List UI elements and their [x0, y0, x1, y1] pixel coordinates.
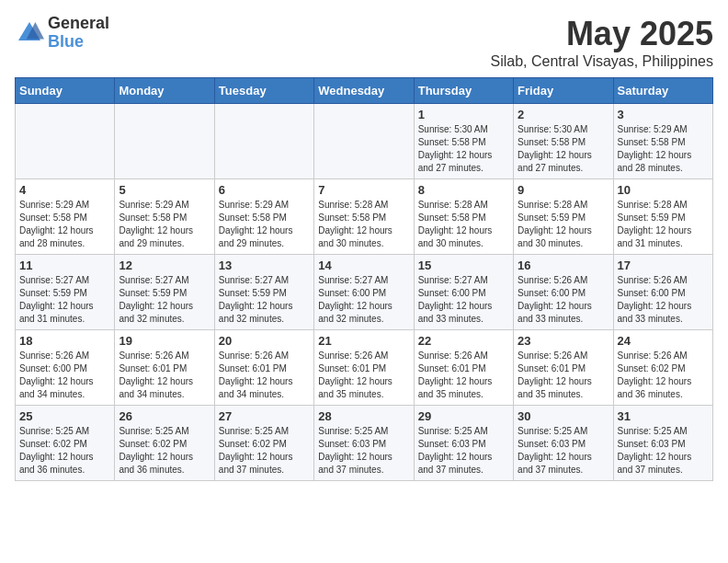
logo: General Blue [15, 15, 109, 52]
day-number: 31 [618, 409, 709, 423]
subtitle: Silab, Central Visayas, Philippines [491, 53, 714, 70]
logo-icon [15, 18, 44, 48]
day-info: Sunrise: 5:26 AM Sunset: 6:02 PM Dayligh… [618, 350, 709, 401]
calendar-cell: 20Sunrise: 5:26 AM Sunset: 6:01 PM Dayli… [214, 330, 313, 406]
calendar-cell: 10Sunrise: 5:28 AM Sunset: 5:59 PM Dayli… [613, 179, 712, 255]
calendar-cell: 27Sunrise: 5:25 AM Sunset: 6:02 PM Dayli… [214, 406, 313, 481]
day-info: Sunrise: 5:27 AM Sunset: 6:00 PM Dayligh… [318, 274, 409, 326]
day-number: 23 [518, 334, 609, 348]
day-header-thursday: Thursday [414, 78, 513, 104]
day-number: 17 [618, 259, 709, 272]
day-number: 11 [19, 259, 110, 272]
calendar-cell: 30Sunrise: 5:25 AM Sunset: 6:03 PM Dayli… [514, 406, 613, 481]
calendar-cell: 31Sunrise: 5:25 AM Sunset: 6:03 PM Dayli… [613, 406, 712, 481]
calendar-cell: 4Sunrise: 5:29 AM Sunset: 5:58 PM Daylig… [16, 179, 115, 255]
calendar-cell: 29Sunrise: 5:25 AM Sunset: 6:03 PM Dayli… [414, 406, 513, 481]
calendar-cell: 11Sunrise: 5:27 AM Sunset: 5:59 PM Dayli… [16, 255, 115, 330]
day-info: Sunrise: 5:27 AM Sunset: 5:59 PM Dayligh… [219, 274, 310, 326]
day-header-friday: Friday [514, 78, 613, 104]
calendar-cell: 12Sunrise: 5:27 AM Sunset: 5:59 PM Dayli… [115, 255, 214, 330]
day-info: Sunrise: 5:26 AM Sunset: 6:01 PM Dayligh… [518, 350, 609, 401]
day-info: Sunrise: 5:25 AM Sunset: 6:03 PM Dayligh… [618, 425, 709, 477]
day-number: 9 [518, 183, 609, 197]
day-number: 8 [418, 183, 509, 197]
day-info: Sunrise: 5:26 AM Sunset: 6:00 PM Dayligh… [19, 350, 110, 401]
calendar-cell: 25Sunrise: 5:25 AM Sunset: 6:02 PM Dayli… [16, 406, 115, 481]
day-number: 2 [518, 108, 609, 121]
day-number: 6 [219, 183, 310, 197]
day-header-monday: Monday [115, 78, 214, 104]
day-info: Sunrise: 5:27 AM Sunset: 6:00 PM Dayligh… [418, 274, 509, 326]
calendar-cell: 15Sunrise: 5:27 AM Sunset: 6:00 PM Dayli… [414, 255, 513, 330]
day-header-wednesday: Wednesday [314, 78, 414, 104]
page-header: General Blue May 2025 Silab, Central Vis… [15, 15, 713, 70]
calendar-cell: 14Sunrise: 5:27 AM Sunset: 6:00 PM Dayli… [314, 255, 414, 330]
calendar-week-1: 1Sunrise: 5:30 AM Sunset: 5:58 PM Daylig… [16, 104, 713, 179]
day-number: 29 [418, 409, 509, 423]
calendar-cell: 28Sunrise: 5:25 AM Sunset: 6:03 PM Dayli… [314, 406, 414, 481]
day-info: Sunrise: 5:27 AM Sunset: 5:59 PM Dayligh… [119, 274, 210, 326]
calendar-cell: 19Sunrise: 5:26 AM Sunset: 6:01 PM Dayli… [115, 330, 214, 406]
calendar-cell [16, 104, 115, 179]
day-number: 15 [418, 259, 509, 272]
calendar-cell: 8Sunrise: 5:28 AM Sunset: 5:58 PM Daylig… [414, 179, 513, 255]
day-number: 3 [618, 108, 709, 121]
day-info: Sunrise: 5:25 AM Sunset: 6:03 PM Dayligh… [318, 425, 409, 477]
calendar-header-row: SundayMondayTuesdayWednesdayThursdayFrid… [16, 78, 713, 104]
calendar-cell: 13Sunrise: 5:27 AM Sunset: 5:59 PM Dayli… [214, 255, 313, 330]
calendar-cell [214, 104, 313, 179]
day-info: Sunrise: 5:26 AM Sunset: 6:01 PM Dayligh… [418, 350, 509, 401]
calendar-cell: 2Sunrise: 5:30 AM Sunset: 5:58 PM Daylig… [514, 104, 613, 179]
calendar-week-5: 25Sunrise: 5:25 AM Sunset: 6:02 PM Dayli… [16, 406, 713, 481]
day-info: Sunrise: 5:26 AM Sunset: 6:00 PM Dayligh… [618, 274, 709, 326]
day-info: Sunrise: 5:26 AM Sunset: 6:01 PM Dayligh… [219, 350, 310, 401]
logo-blue: Blue [48, 33, 109, 52]
day-number: 7 [318, 183, 409, 197]
day-info: Sunrise: 5:28 AM Sunset: 5:58 PM Dayligh… [418, 199, 509, 250]
calendar-cell: 5Sunrise: 5:29 AM Sunset: 5:58 PM Daylig… [115, 179, 214, 255]
day-info: Sunrise: 5:28 AM Sunset: 5:58 PM Dayligh… [318, 199, 409, 250]
day-info: Sunrise: 5:27 AM Sunset: 5:59 PM Dayligh… [19, 274, 110, 326]
day-info: Sunrise: 5:28 AM Sunset: 5:59 PM Dayligh… [618, 199, 709, 250]
calendar-cell [115, 104, 214, 179]
calendar-cell: 16Sunrise: 5:26 AM Sunset: 6:00 PM Dayli… [514, 255, 613, 330]
calendar-week-2: 4Sunrise: 5:29 AM Sunset: 5:58 PM Daylig… [16, 179, 713, 255]
calendar-cell: 17Sunrise: 5:26 AM Sunset: 6:00 PM Dayli… [613, 255, 712, 330]
day-number: 28 [318, 409, 409, 423]
calendar-cell: 3Sunrise: 5:29 AM Sunset: 5:58 PM Daylig… [613, 104, 712, 179]
calendar-week-3: 11Sunrise: 5:27 AM Sunset: 5:59 PM Dayli… [16, 255, 713, 330]
day-info: Sunrise: 5:30 AM Sunset: 5:58 PM Dayligh… [518, 123, 609, 175]
calendar-cell: 22Sunrise: 5:26 AM Sunset: 6:01 PM Dayli… [414, 330, 513, 406]
day-number: 13 [219, 259, 310, 272]
day-info: Sunrise: 5:25 AM Sunset: 6:03 PM Dayligh… [518, 425, 609, 477]
day-number: 25 [19, 409, 110, 423]
day-number: 21 [318, 334, 409, 348]
logo-text: General Blue [48, 15, 109, 52]
day-number: 24 [618, 334, 709, 348]
day-info: Sunrise: 5:29 AM Sunset: 5:58 PM Dayligh… [219, 199, 310, 250]
day-number: 16 [518, 259, 609, 272]
day-info: Sunrise: 5:26 AM Sunset: 6:01 PM Dayligh… [318, 350, 409, 401]
day-info: Sunrise: 5:29 AM Sunset: 5:58 PM Dayligh… [119, 199, 210, 250]
day-number: 18 [19, 334, 110, 348]
day-info: Sunrise: 5:25 AM Sunset: 6:03 PM Dayligh… [418, 425, 509, 477]
day-info: Sunrise: 5:29 AM Sunset: 5:58 PM Dayligh… [618, 123, 709, 175]
day-info: Sunrise: 5:28 AM Sunset: 5:59 PM Dayligh… [518, 199, 609, 250]
day-number: 12 [119, 259, 210, 272]
day-number: 19 [119, 334, 210, 348]
day-header-tuesday: Tuesday [214, 78, 313, 104]
calendar-cell: 7Sunrise: 5:28 AM Sunset: 5:58 PM Daylig… [314, 179, 414, 255]
calendar-cell: 1Sunrise: 5:30 AM Sunset: 5:58 PM Daylig… [414, 104, 513, 179]
title-block: May 2025 Silab, Central Visayas, Philipp… [491, 15, 714, 70]
calendar-cell [314, 104, 414, 179]
day-number: 14 [318, 259, 409, 272]
day-info: Sunrise: 5:26 AM Sunset: 6:01 PM Dayligh… [119, 350, 210, 401]
day-info: Sunrise: 5:30 AM Sunset: 5:58 PM Dayligh… [418, 123, 509, 175]
day-info: Sunrise: 5:29 AM Sunset: 5:58 PM Dayligh… [19, 199, 110, 250]
day-number: 5 [119, 183, 210, 197]
day-info: Sunrise: 5:25 AM Sunset: 6:02 PM Dayligh… [19, 425, 110, 477]
calendar-cell: 9Sunrise: 5:28 AM Sunset: 5:59 PM Daylig… [514, 179, 613, 255]
calendar-table: SundayMondayTuesdayWednesdayThursdayFrid… [15, 77, 713, 481]
day-number: 1 [418, 108, 509, 121]
calendar-cell: 24Sunrise: 5:26 AM Sunset: 6:02 PM Dayli… [613, 330, 712, 406]
